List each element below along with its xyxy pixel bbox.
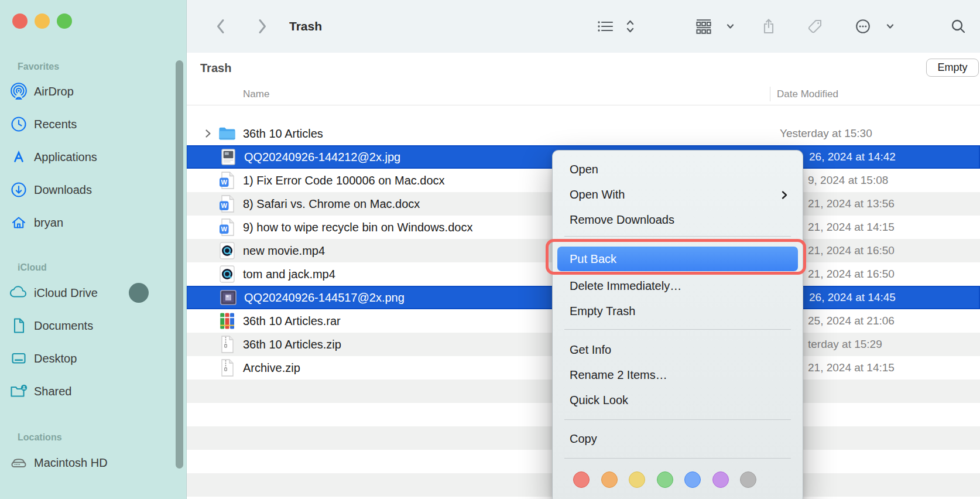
file-date: 21, 2024 at 16:50 [808, 262, 895, 286]
submenu-arrow-icon [782, 190, 787, 200]
sidebar-section-locations: LocationsMacintosh HD [0, 429, 186, 479]
file-name: new movie.mp4 [243, 239, 325, 262]
menu-separator [564, 419, 791, 420]
group-view-button[interactable] [695, 19, 712, 34]
sidebar-item-bryan[interactable]: bryan [0, 206, 186, 239]
sidebar-item-macintosh-hd[interactable]: Macintosh HD [0, 446, 186, 479]
sidebar-section-favorites: FavoritesAirDropRecentsApplicationsDownl… [0, 59, 186, 239]
file-date: 21, 2024 at 14:15 [808, 356, 895, 380]
tag-blue[interactable] [684, 471, 701, 488]
sidebar-item-applications[interactable]: Applications [0, 141, 186, 173]
file-row[interactable]: 36th 10 ArticlesYesterday at 15:30 [186, 122, 980, 145]
forward-button[interactable] [258, 18, 268, 35]
traffic-light-zoom-button[interactable] [57, 13, 72, 29]
menu-item-label: Put Back [570, 252, 616, 265]
context-menu: OpenOpen WithRemove DownloadsPut BackDel… [552, 150, 803, 499]
search-button[interactable] [951, 19, 966, 34]
traffic-light-close-button[interactable] [12, 13, 28, 29]
video-icon [218, 265, 237, 283]
menu-item-label: Open With [570, 188, 625, 201]
svg-text:W: W [221, 179, 228, 186]
archive-rar-icon [218, 312, 237, 330]
tag-green[interactable] [657, 471, 673, 488]
menu-item-label: Remove Downloads [570, 213, 674, 226]
file-name: 36th 10 Articles [243, 122, 323, 145]
sort-stack-button[interactable] [626, 19, 635, 34]
svg-text:W: W [221, 202, 228, 209]
menu-item-get-info[interactable]: Get Info [553, 337, 803, 363]
tag-red[interactable] [573, 471, 590, 488]
menu-item-remove-downloads[interactable]: Remove Downloads [553, 207, 803, 233]
column-header-name[interactable]: Name [243, 83, 269, 105]
empty-trash-button[interactable]: Empty [926, 59, 979, 77]
video-icon [218, 241, 237, 260]
menu-item-delete-immediately[interactable]: Delete Immediately… [553, 274, 803, 299]
disclosure-chevron-icon[interactable] [205, 129, 211, 141]
tag-gray[interactable] [740, 471, 756, 488]
word-doc-icon: W [218, 171, 237, 190]
share-button[interactable] [762, 18, 776, 35]
file-date: 26, 2024 at 14:42 [809, 146, 896, 168]
menu-separator [564, 236, 791, 237]
sidebar-item-recents[interactable]: Recents [0, 108, 186, 141]
more-button[interactable] [855, 19, 871, 34]
word-doc-icon: W [218, 218, 237, 237]
sidebar-scrollbar[interactable] [176, 60, 183, 469]
menu-item-open[interactable]: Open [553, 157, 803, 182]
tag-purple[interactable] [712, 471, 729, 488]
image-jpg-icon [219, 148, 238, 166]
file-name: QQ20240926-144212@2x.jpg [244, 146, 400, 168]
menu-tags-row [553, 463, 803, 488]
sidebar-item-label: Macintosh HD [34, 456, 108, 470]
file-date: 26, 2024 at 14:45 [809, 287, 896, 308]
sidebar-section-header: Favorites [18, 59, 186, 75]
menu-item-label: Copy [570, 432, 597, 445]
section-title: Trash [200, 53, 231, 83]
chevron-down-icon[interactable] [727, 24, 734, 29]
word-doc-icon: W [218, 194, 237, 213]
sidebar-item-airdrop[interactable]: AirDrop [0, 75, 186, 108]
menu-item-copy[interactable]: Copy [553, 426, 803, 452]
file-name: Archive.zip [243, 356, 300, 380]
back-button[interactable] [215, 18, 225, 35]
sidebar-item-label: Shared [34, 385, 72, 398]
hard-drive-icon [9, 454, 28, 471]
icloud-icon [9, 284, 28, 302]
menu-item-open-with[interactable]: Open With [553, 182, 803, 207]
menu-separator [564, 329, 791, 330]
file-date: Yesterday at 15:30 [780, 122, 872, 145]
sidebar: FavoritesAirDropRecentsApplicationsDownl… [0, 0, 187, 499]
sidebar-item-label: AirDrop [34, 85, 74, 98]
window-title: Trash [289, 0, 322, 53]
list-view-button[interactable] [597, 19, 614, 33]
tag-yellow[interactable] [629, 471, 645, 488]
menu-separator [564, 458, 791, 459]
menu-item-quick-look[interactable]: Quick Look [553, 388, 803, 413]
menu-item-rename-2-items[interactable]: Rename 2 Items… [553, 363, 803, 388]
applications-icon [9, 148, 28, 166]
file-date: 21, 2024 at 14:15 [808, 216, 895, 239]
file-name: tom and jack.mp4 [243, 262, 335, 286]
tag-orange[interactable] [601, 471, 618, 488]
column-header-date-modified[interactable]: Date Modified [777, 83, 838, 105]
sidebar-item-shared[interactable]: Shared [0, 375, 186, 408]
file-name: QQ20240926-144517@2x.png [244, 287, 405, 308]
menu-item-put-back[interactable]: Put Back [557, 247, 798, 271]
archive-zip-icon [218, 335, 237, 354]
menu-item-label: Empty Trash [570, 305, 635, 317]
file-date: 9, 2024 at 15:08 [808, 169, 888, 192]
sidebar-item-documents[interactable]: Documents [0, 309, 186, 342]
recents-icon [9, 115, 28, 133]
sidebar-item-desktop[interactable]: Desktop [0, 342, 186, 375]
menu-item-empty-trash[interactable]: Empty Trash [553, 299, 803, 324]
desktop-icon [9, 350, 28, 367]
sidebar-item-downloads[interactable]: Downloads [0, 173, 186, 206]
folder-icon [218, 124, 237, 143]
sidebar-section-icloud: iCloudiCloud DriveDocumentsDesktopShared [0, 259, 186, 408]
tag-button[interactable] [807, 19, 823, 34]
traffic-light-minimize-button[interactable] [35, 13, 50, 29]
sidebar-item-label: Downloads [34, 183, 92, 197]
icloud-sync-badge [129, 283, 149, 303]
sidebar-item-icloud-drive[interactable]: iCloud Drive [0, 276, 186, 309]
chevron-down-icon[interactable] [886, 24, 894, 29]
